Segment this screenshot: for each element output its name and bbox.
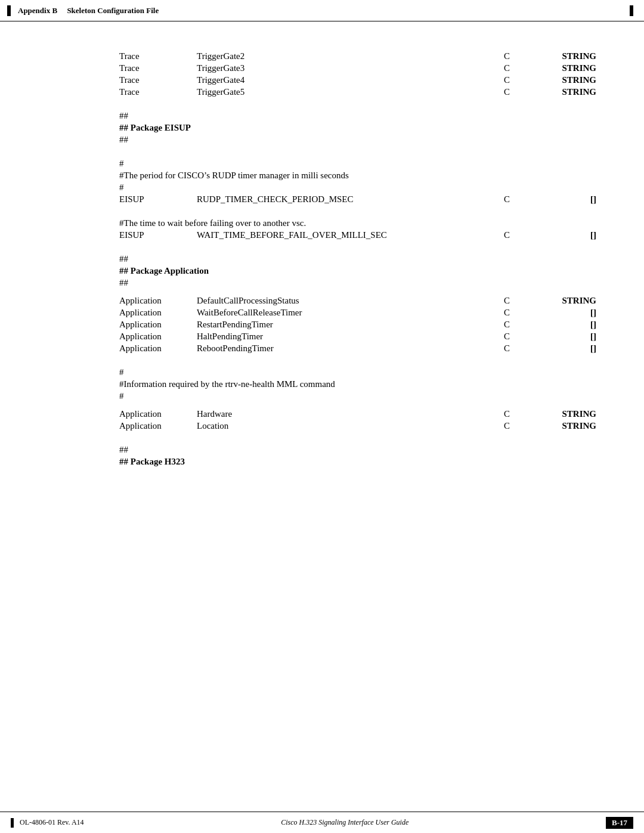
param-col: RUDP_TIMER_CHECK_PERIOD_MSEC [197,194,489,205]
comment-line: #The time to wait before failing over to… [119,218,596,228]
eisup-section-1: EISUP RUDP_TIMER_CHECK_PERIOD_MSEC C [] [119,194,596,205]
footer-center: Cisco H.323 Signaling Interface User Gui… [281,818,408,827]
c-col: C [489,87,525,97]
header-left-mark [7,5,11,16]
type-col: [] [525,320,596,330]
comment-line: ## [119,135,596,145]
table-row: Application DefaultCallProcessingStatus … [119,296,596,306]
package-col: Application [119,296,197,306]
c-col: C [489,63,525,73]
package-col: Trace [119,63,197,73]
table-row: EISUP WAIT_TIME_BEFORE_FAIL_OVER_MILLI_S… [119,230,596,240]
doc-id: OL-4806-01 Rev. A14 [20,818,84,827]
param-col: TriggerGate5 [197,87,489,97]
eisup-comment-2: #The time to wait before failing over to… [119,218,596,228]
type-col: [] [525,230,596,240]
gap [119,403,596,409]
comment-line: ## [119,111,596,121]
gap [119,355,596,367]
comment-line: ## [119,278,596,288]
package-col: Application [119,320,197,330]
c-col: C [489,308,525,318]
eisup-section-2: EISUP WAIT_TIME_BEFORE_FAIL_OVER_MILLI_S… [119,230,596,240]
table-row: Application WaitBeforeCallReleaseTimer C… [119,308,596,318]
application-section: Application DefaultCallProcessingStatus … [119,296,596,354]
package-col: Application [119,343,197,354]
package-col: Application [119,332,197,342]
param-col: HaltPendingTimer [197,332,489,342]
param-col: TriggerGate3 [197,63,489,73]
type-col: STRING [525,51,596,61]
table-row: Trace TriggerGate4 C STRING [119,75,596,85]
param-col: RestartPendingTimer [197,320,489,330]
table-row: Application Location C STRING [119,421,596,431]
table-row: EISUP RUDP_TIMER_CHECK_PERIOD_MSEC C [] [119,194,596,205]
c-col: C [489,421,525,431]
param-col: TriggerGate4 [197,75,489,85]
type-col: STRING [525,87,596,97]
package-col: Application [119,308,197,318]
table-row: Trace TriggerGate2 C STRING [119,51,596,61]
application-package-header: ## ## Package Application ## [119,254,596,288]
param-col: DefaultCallProcessingStatus [197,296,489,306]
c-col: C [489,409,525,419]
c-col: C [489,343,525,354]
comment-line: ## [119,254,596,264]
type-col: [] [525,194,596,205]
param-col: WaitBeforeCallReleaseTimer [197,308,489,318]
trigger-gates-section: Trace TriggerGate2 C STRING Trace Trigge… [119,51,596,97]
table-row: Trace TriggerGate5 C STRING [119,87,596,97]
type-col: [] [525,308,596,318]
health-comment: # #Information required by the rtrv-ne-h… [119,367,596,401]
comment-line: # [119,159,596,169]
table-row: Application RestartPendingTimer C [] [119,320,596,330]
h323-package-header: ## ## Package H323 [119,445,596,467]
c-col: C [489,230,525,240]
param-col: WAIT_TIME_BEFORE_FAIL_OVER_MILLI_SEC [197,230,489,240]
type-col: [] [525,343,596,354]
package-col: EISUP [119,194,197,205]
type-col: STRING [525,63,596,73]
appendix-label: Appendix B [18,6,57,15]
comment-line: # [119,391,596,401]
table-row: Application HaltPendingTimer C [] [119,332,596,342]
type-col: STRING [525,409,596,419]
eisup-comment-1: # #The period for CISCO’s RUDP timer man… [119,159,596,193]
table-row: Application RebootPendingTimer C [] [119,343,596,354]
c-col: C [489,296,525,306]
eisup-package-header: ## ## Package EISUP ## [119,111,596,145]
comment-line: # [119,367,596,377]
package-col: Trace [119,87,197,97]
c-col: C [489,320,525,330]
package-col: Application [119,421,197,431]
header-title: Appendix B Skeleton Configuration File [18,6,159,16]
package-col: EISUP [119,230,197,240]
table-row: Application Hardware C STRING [119,409,596,419]
gap [119,433,596,445]
type-col: STRING [525,296,596,306]
footer-bar: OL-4806-01 Rev. A14 Cisco H.323 Signalin… [0,812,644,833]
main-content: Trace TriggerGate2 C STRING Trace Trigge… [0,21,644,504]
type-col: STRING [525,75,596,85]
param-col: RebootPendingTimer [197,343,489,354]
param-col: Hardware [197,409,489,419]
comment-line: ## Package Application [119,266,596,276]
type-col: STRING [525,421,596,431]
type-col: [] [525,332,596,342]
param-col: TriggerGate2 [197,51,489,61]
comment-line: #The period for CISCO’s RUDP timer manag… [119,171,596,181]
footer-left: OL-4806-01 Rev. A14 [11,818,84,828]
comment-line: ## Package H323 [119,457,596,467]
package-col: Application [119,409,197,419]
c-col: C [489,332,525,342]
footer-left-mark [11,818,14,828]
c-col: C [489,194,525,205]
comment-line: ## Package EISUP [119,123,596,133]
gap [119,242,596,254]
gap [119,99,596,111]
gap [119,147,596,159]
c-col: C [489,75,525,85]
header-bar: Appendix B Skeleton Configuration File [0,0,644,21]
gap [119,39,596,51]
gap [119,290,596,296]
